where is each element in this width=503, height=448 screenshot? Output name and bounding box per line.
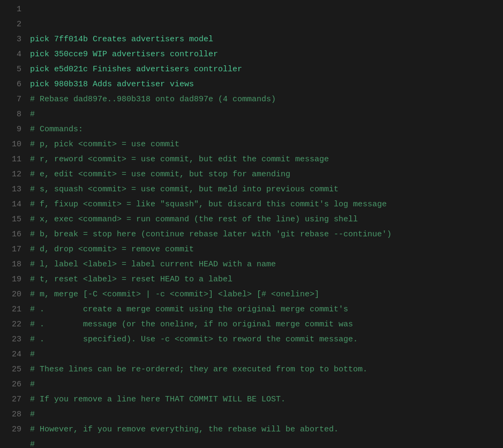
pick-keyword: pick — [30, 50, 49, 59]
line-number-6: 6 — [4, 77, 21, 92]
line-numbers: 1234567891011121314151617181920212223242… — [0, 2, 26, 448]
code-line-28: # However, if you remove everything, the… — [30, 422, 499, 437]
code-content[interactable]: pick 7ff014b Creates advertisers modelpi… — [26, 2, 503, 448]
code-line-14: # x, exec <command> = run command (the r… — [30, 212, 499, 227]
code-line-17: # l, label <label> = label current HEAD … — [30, 257, 499, 272]
line-number-11: 11 — [4, 152, 21, 167]
code-line-16: # d, drop <commit> = remove commit — [30, 242, 499, 257]
line-number-22: 22 — [4, 317, 21, 332]
pick-keyword: pick — [30, 65, 49, 74]
commit-message: WIP advertisers controller — [88, 50, 218, 59]
line-number-23: 23 — [4, 332, 21, 347]
line-number-27: 27 — [4, 392, 21, 407]
code-line-2: pick 350cce9 WIP advertisers controller — [30, 47, 499, 62]
line-number-4: 4 — [4, 47, 21, 62]
line-number-15: 15 — [4, 212, 21, 227]
line-number-16: 16 — [4, 227, 21, 242]
code-line-6: # Rebase dad897e..980b318 onto dad897e (… — [30, 92, 499, 107]
code-line-1: pick 7ff014b Creates advertisers model — [30, 32, 499, 47]
code-line-27: # — [30, 407, 499, 422]
commit-hash: 350cce9 — [49, 50, 88, 59]
code-line-26: # If you remove a line here THAT COMMIT … — [30, 392, 499, 407]
line-number-20: 20 — [4, 287, 21, 302]
code-line-19: # m, merge [-C <commit> | -c <commit>] <… — [30, 287, 499, 302]
line-number-17: 17 — [4, 242, 21, 257]
code-line-25: # — [30, 377, 499, 392]
code-line-11: # e, edit <commit> = use commit, but sto… — [30, 167, 499, 182]
commit-message: Adds advertiser views — [88, 80, 194, 89]
code-line-3: pick e5d021c Finishes advertisers contro… — [30, 62, 499, 77]
code-line-4: pick 980b318 Adds advertiser views — [30, 77, 499, 92]
line-number-25: 25 — [4, 362, 21, 377]
line-number-13: 13 — [4, 182, 21, 197]
code-line-10: # r, reword <commit> = use commit, but e… — [30, 152, 499, 167]
line-number-10: 10 — [4, 137, 21, 152]
line-number-8: 8 — [4, 107, 21, 122]
code-line-8: # Commands: — [30, 122, 499, 137]
code-line-7: # — [30, 107, 499, 122]
line-number-1: 1 — [4, 2, 21, 17]
commit-message: Creates advertisers model — [88, 35, 213, 44]
pick-keyword: pick — [30, 35, 49, 44]
commit-hash: e5d021c — [49, 65, 88, 74]
code-line-24: # These lines can be re-ordered; they ar… — [30, 362, 499, 377]
line-number-18: 18 — [4, 257, 21, 272]
line-number-14: 14 — [4, 197, 21, 212]
line-number-9: 9 — [4, 122, 21, 137]
code-line-9: # p, pick <commit> = use commit — [30, 137, 499, 152]
line-number-5: 5 — [4, 62, 21, 77]
pick-keyword: pick — [30, 80, 49, 89]
code-line-22: # . specified). Use -c <commit> to rewor… — [30, 332, 499, 347]
line-number-19: 19 — [4, 272, 21, 287]
line-number-24: 24 — [4, 347, 21, 362]
commit-hash: 7ff014b — [49, 35, 88, 44]
code-editor: 1234567891011121314151617181920212223242… — [0, 0, 503, 448]
code-line-23: # — [30, 347, 499, 362]
code-line-20: # . create a merge commit using the orig… — [30, 302, 499, 317]
line-number-7: 7 — [4, 92, 21, 107]
code-line-18: # t, reset <label> = reset HEAD to a lab… — [30, 272, 499, 287]
code-line-13: # f, fixup <commit> = like "squash", but… — [30, 197, 499, 212]
commit-message: Finishes advertisers controller — [88, 65, 242, 74]
line-number-29: 29 — [4, 422, 21, 437]
line-number-2: 2 — [4, 17, 21, 32]
line-number-26: 26 — [4, 377, 21, 392]
code-line-29: # — [30, 437, 499, 448]
line-number-28: 28 — [4, 407, 21, 422]
code-line-15: # b, break = stop here (continue rebase … — [30, 227, 499, 242]
code-line-21: # . message (or the oneline, if no origi… — [30, 317, 499, 332]
code-line-12: # s, squash <commit> = use commit, but m… — [30, 182, 499, 197]
commit-hash: 980b318 — [49, 80, 88, 89]
line-number-12: 12 — [4, 167, 21, 182]
line-number-21: 21 — [4, 302, 21, 317]
line-number-3: 3 — [4, 32, 21, 47]
